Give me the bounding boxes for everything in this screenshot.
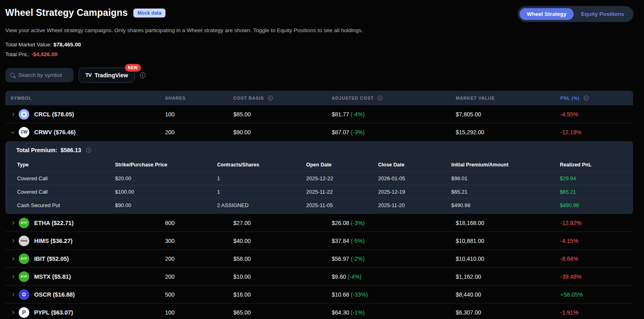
cost-basis-cell: $40.00	[228, 238, 326, 244]
chevron-right-icon[interactable]	[11, 275, 14, 278]
cost-basis-cell: $16.00	[228, 291, 326, 298]
header: Wheel Strategy Campaigns Mock data Wheel…	[0, 0, 644, 18]
adjusted-cost-cell: $9.60 (-4%)	[326, 273, 450, 280]
column-header-shares[interactable]: SHARES	[160, 96, 228, 101]
tradingview-logo-icon: TV	[85, 72, 91, 78]
shares-cell: 200	[160, 273, 228, 280]
table-row-etha[interactable]: ETF ETHA ($22.71) 800 $27.00 $26.08 (-3%…	[5, 214, 633, 232]
close-date-cell: 2025-12-19	[378, 189, 451, 195]
adjusted-cost-cell: $10.68 (-33%)	[326, 291, 450, 298]
symbol-label: HIMS ($36.27)	[34, 238, 72, 244]
toggle-wheel-strategy[interactable]: Wheel Strategy	[520, 8, 574, 20]
adjusted-cost-cell: $37.84 (-5%)	[326, 238, 450, 244]
close-date-cell: 2025-11-20	[378, 202, 451, 208]
table-row-hims[interactable]: hims HIMS ($36.27) 300 $40.00 $37.84 (-5…	[5, 232, 633, 250]
total-market-value-label: Total Market Value:	[5, 42, 52, 48]
total-pnl-label: Total PnL:	[5, 51, 30, 57]
campaign-row: Cash Secured Put $90.00 2 ASSIGNED 2025-…	[5, 198, 633, 212]
pnl-cell: -4.15%	[555, 238, 633, 244]
symbol-label: PYPL ($63.07)	[34, 309, 73, 316]
info-icon[interactable]	[86, 148, 91, 153]
tradingview-button[interactable]: TV TradingView NEW	[78, 68, 135, 83]
premium-cell: $65.21	[451, 189, 560, 195]
search-icon	[10, 73, 15, 77]
type-cell: Cash Secured Put	[17, 202, 115, 208]
chevron-right-icon[interactable]	[11, 293, 14, 296]
symbol-label: CRWV ($76.46)	[34, 129, 76, 135]
mock-data-badge: Mock data	[133, 9, 165, 17]
toggle-equity-positions[interactable]: Equity Positions	[574, 8, 631, 20]
strike-cell: $100.00	[115, 189, 217, 195]
campaign-row: Covered Call $100.00 1 2025-11-22 2025-1…	[5, 185, 633, 198]
adjusted-pct: (-2%)	[351, 256, 365, 262]
cost-basis-cell: $90.00	[228, 129, 326, 135]
contracts-cell: 2 ASSIGNED	[217, 202, 306, 208]
app-root: Wheel Strategy Campaigns Mock data Wheel…	[0, 0, 644, 319]
table-row-oscr[interactable]: O OSCR ($16.88) 500 $16.00 $10.68 (-33%)…	[5, 286, 633, 304]
chevron-right-icon[interactable]	[11, 239, 14, 242]
column-header-market-value[interactable]: MARKET VALUE	[450, 96, 555, 101]
chevron-right-icon[interactable]	[11, 221, 14, 224]
cost-basis-cell: $27.00	[228, 220, 326, 226]
adjusted-pct: (-4%)	[351, 111, 365, 118]
chevron-right-icon[interactable]	[11, 310, 14, 314]
shares-cell: 200	[160, 129, 228, 135]
cost-basis-cell: $58.00	[228, 256, 326, 262]
column-header-cost-basis[interactable]: COST BASIS	[228, 96, 326, 101]
subcol-realized-pnl: Realized PnL	[560, 162, 633, 168]
oscar-logo-icon: O	[19, 289, 29, 300]
campaign-row: Covered Call $20.00 1 2025-12-22 2026-01…	[5, 171, 633, 185]
market-value-cell: $6,307.00	[450, 309, 555, 316]
shares-cell: 300	[160, 238, 228, 244]
chevron-right-icon[interactable]	[11, 112, 14, 116]
pnl-cell: -39.48%	[555, 273, 633, 280]
column-header-adjusted-cost[interactable]: ADJUSTED COST	[326, 96, 450, 101]
adjusted-cost-cell: $81.77 (-4%)	[326, 111, 450, 118]
search-box[interactable]	[5, 68, 74, 82]
type-cell: Covered Call	[17, 189, 115, 195]
realized-pnl-cell: $29.94	[560, 175, 633, 181]
cost-basis-cell: $10.00	[228, 273, 326, 280]
subcol-close-date: Close Date	[378, 162, 451, 168]
etf-icon: ETF	[19, 218, 29, 228]
premium-cell: $98.01	[451, 175, 560, 181]
chevron-down-icon[interactable]	[11, 130, 14, 133]
info-icon[interactable]	[378, 96, 383, 101]
view-toggle: Wheel Strategy Equity Positions	[518, 7, 633, 22]
market-value-cell: $15,292.00	[450, 129, 555, 135]
table-row-mstx[interactable]: ETF MSTX ($5.81) 200 $10.00 $9.60 (-4%) …	[5, 268, 633, 286]
new-badge: NEW	[125, 64, 141, 72]
chevron-right-icon[interactable]	[11, 257, 14, 260]
realized-pnl-cell: $490.98	[560, 202, 633, 208]
table-row-ibit[interactable]: ETF IBIT ($52.05) 200 $58.00 $56.97 (-2%…	[5, 250, 633, 268]
adjusted-pct: (-3%)	[351, 220, 365, 226]
market-value-cell: $8,440.00	[450, 291, 555, 298]
search-input[interactable]	[18, 72, 69, 78]
type-cell: Covered Call	[17, 175, 115, 181]
total-market-value: Total Market Value: $78,465.00	[5, 40, 639, 50]
table-row-pypl[interactable]: P PYPL ($63.07) 100 $65.00 $64.30 (-1%) …	[5, 304, 633, 319]
info-icon[interactable]	[584, 96, 589, 101]
adjusted-pct: (-4%)	[348, 273, 361, 280]
campaign-subtable-header: Type Strike/Purchase Price Contracts/Sha…	[5, 158, 633, 171]
total-pnl: Total PnL: -$4,426.00	[5, 50, 639, 59]
subcol-strike: Strike/Purchase Price	[115, 162, 217, 168]
table-row-crcl[interactable]: CRCL ($78.05) 100 $85.00 $81.77 (-4%) $7…	[5, 105, 633, 123]
table-row-crwv[interactable]: CW CRWV ($76.46) 200 $90.00 $87.07 (-3%)…	[5, 123, 633, 141]
contracts-cell: 1	[217, 175, 306, 181]
pnl-cell: +58.05%	[555, 291, 633, 298]
subcol-type: Type	[17, 162, 115, 168]
tradingview-info-icon[interactable]	[140, 72, 146, 78]
adjusted-pct: (-5%)	[351, 238, 365, 244]
pnl-cell: -12.19%	[555, 129, 633, 135]
paypal-logo-icon: P	[19, 307, 29, 318]
column-header-symbol[interactable]: SYMBOL	[5, 96, 160, 101]
page-title: Wheel Strategy Campaigns	[5, 7, 128, 18]
adjusted-pct: (-1%)	[351, 309, 365, 316]
premium-cell: $490.98	[451, 202, 560, 208]
realized-pnl-cell: $65.21	[560, 189, 633, 195]
adjusted-pct: (-33%)	[351, 291, 368, 298]
column-header-pnl[interactable]: PNL (%)	[555, 96, 633, 101]
info-icon[interactable]	[268, 96, 273, 101]
contracts-cell: 1	[217, 189, 306, 195]
